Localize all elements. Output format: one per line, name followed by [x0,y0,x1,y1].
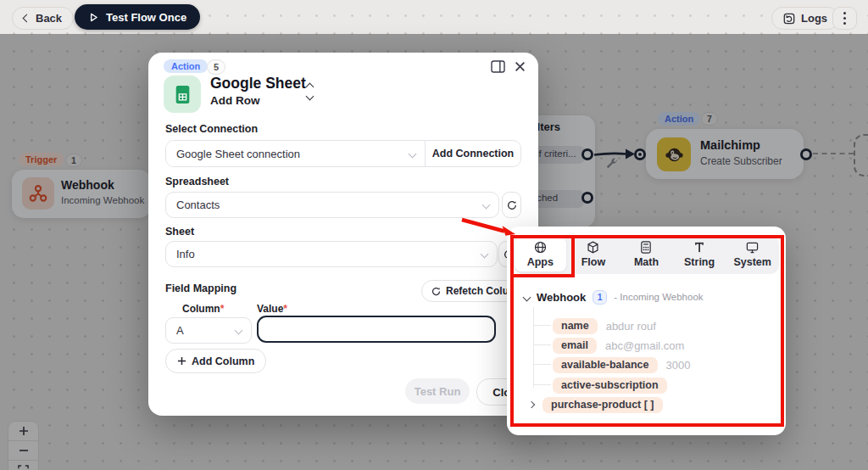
select-connection-label: Select Connection [165,123,258,135]
tab-string[interactable]: String [674,238,726,271]
tree-row: purchase-product [ ] [529,396,663,413]
tree-row: name abdur rouf [553,317,656,334]
refresh-icon [507,200,517,210]
action-config-modal: Action 5 Google Sheet Add Row Select Con… [148,53,538,416]
modal-action-badge: Action [164,59,208,73]
test-flow-label: Test Flow Once [106,11,186,24]
modal-step-number: 5 [207,59,225,75]
sheet-label: Sheet [165,226,194,238]
field-mapping-label: Field Mapping [165,283,236,294]
connection-value: Google Sheet connection [166,148,409,160]
data-picker-panel: Apps Flow Math String [507,227,786,435]
more-options-button[interactable] [832,7,857,30]
logs-button[interactable]: Logs [771,7,839,30]
collapse-chevron-icon [523,293,531,301]
column-select[interactable]: A [165,317,252,344]
webhook-source-header[interactable]: Webhook 1 - Incoming Webhook [524,288,704,305]
required-asterisk: * [283,303,287,315]
field-pill-email[interactable]: email [553,338,597,354]
text-icon [693,241,705,254]
top-toolbar: Back Test Flow Once Logs [0,0,868,34]
chevron-left-icon [23,14,31,23]
field-pill-active-subscription[interactable]: active-subscription [553,378,667,394]
tab-math[interactable]: Math [620,238,672,271]
play-icon [88,12,99,23]
field-value: abc@gmail.com [605,339,684,352]
logs-label: Logs [801,12,827,25]
source-step-number: 1 [593,290,607,305]
side-panel-toggle-icon[interactable] [491,60,505,73]
column-value: A [166,324,236,337]
tab-flow[interactable]: Flow [568,238,620,271]
field-value: abdur rouf [606,320,656,333]
add-column-button[interactable]: Add Column [165,349,266,373]
expand-chevron-icon[interactable] [528,401,535,408]
close-icon[interactable] [515,61,526,72]
chevron-down-icon [481,250,489,259]
modal-title: Google Sheet [210,75,306,92]
chevron-down-icon [235,327,243,335]
required-asterisk: * [220,303,225,315]
add-connection-button[interactable]: Add Connection [425,141,520,166]
spreadsheet-select[interactable]: Contacts [165,192,499,218]
globe-icon [534,241,547,254]
value-input[interactable] [257,316,496,343]
tree-row: active-subscription [553,377,667,394]
sheet-value: Info [166,248,481,260]
chevron-down-icon [482,201,491,210]
back-button[interactable]: Back [12,7,74,30]
source-title: Webhook [537,291,586,304]
column-label: Column* [182,303,224,315]
refresh-icon [431,287,441,296]
spreadsheet-label: Spreadsheet [165,176,229,187]
refresh-spreadsheet-button[interactable] [502,192,521,218]
sheet-select[interactable]: Info [165,241,498,267]
back-label: Back [36,12,62,25]
field-pill-available-balance[interactable]: available-balance [553,357,658,373]
connection-select[interactable]: Google Sheet connection [166,141,425,166]
field-pill-purchase-product[interactable]: purchase-product [ ] [542,397,663,413]
chevron-down-icon [409,149,417,158]
field-pill-name[interactable]: name [553,318,598,334]
field-value: 3000 [666,359,691,372]
add-column-label: Add Column [192,355,254,367]
app-window: Trigger 1 Webhook Incoming Webhook Filte… [0,0,868,470]
plus-icon [177,356,186,366]
tab-apps[interactable]: Apps [515,238,566,271]
tab-system[interactable]: System [726,238,778,271]
modal-subtitle: Add Row [210,94,260,107]
monitor-icon [746,241,759,254]
google-sheet-icon [164,76,201,113]
tree-row: email abc@gmail.com [553,337,684,354]
source-subtitle: - Incoming Webhook [614,292,703,302]
logs-icon [783,13,795,25]
tree-guide-line [533,307,534,388]
tree-row: available-balance 3000 [553,356,690,373]
value-label: Value* [257,303,287,315]
spreadsheet-value: Contacts [166,199,483,211]
picker-tabs: Apps Flow Math String [514,235,779,274]
cube-icon [587,241,599,254]
calculator-icon [640,241,652,254]
test-flow-once-button[interactable]: Test Flow Once [75,4,200,30]
test-run-button[interactable]: Test Run [405,378,470,404]
action-switcher-icon[interactable] [307,84,313,99]
